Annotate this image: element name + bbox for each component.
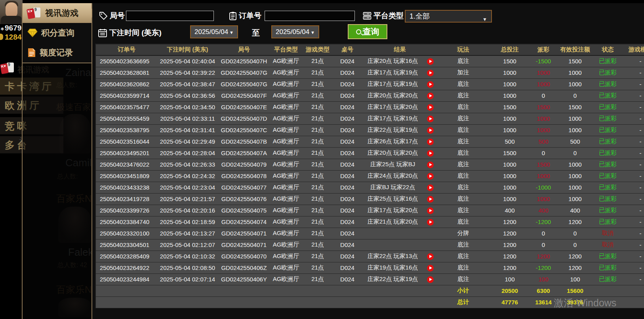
cell-play-type: 底注 <box>438 239 488 251</box>
replay-play-icon[interactable] <box>427 184 434 191</box>
table-row: 250504023476022 2025-05-04 02:26:33 GD02… <box>96 159 644 170</box>
cell-platform: AG欧洲厅 <box>270 55 302 67</box>
table-row: 250504023264922 2025-05-04 02:08:50 GD02… <box>96 262 644 273</box>
cell-table-no: D024 <box>333 113 361 124</box>
cell-play-type: 底注 <box>438 273 488 285</box>
cell-total-bet: 500 <box>488 136 532 147</box>
cell-bet-time: 2025-05-04 02:24:32 <box>157 170 218 182</box>
replay-play-icon[interactable] <box>427 93 434 99</box>
replay-play-icon[interactable] <box>427 265 434 272</box>
order-no-input[interactable] <box>265 11 355 21</box>
cell-play-type: 底注 <box>438 101 488 113</box>
sidebar-item-credit-records[interactable]: 额度记录 <box>23 43 91 63</box>
cell-valid-bet: 0 <box>555 239 595 251</box>
cell-platform: AG欧洲厅 <box>270 262 302 273</box>
cell-platform: AG欧洲厅 <box>270 251 302 262</box>
cell-game-mode: - <box>621 239 644 251</box>
replay-play-icon[interactable] <box>427 219 434 226</box>
platform-type-icon <box>363 11 372 20</box>
cell-round-no: GD0242550407H <box>218 55 270 67</box>
replay-play-icon[interactable] <box>427 196 434 203</box>
cell-game-type: 21点 <box>302 136 333 147</box>
replay-play-icon[interactable] <box>427 139 434 145</box>
table-row: 250504023636695 2025-05-04 02:40:04 GD02… <box>96 55 644 67</box>
result-text: 庄家20点 玩家20点 <box>368 92 418 99</box>
cell-play-type: 底注 <box>438 205 488 216</box>
cell-game-mode: - <box>621 124 644 136</box>
cell-status: 已派彩 <box>595 273 621 285</box>
cell-game-type: 21点 <box>302 78 333 90</box>
records-panel: 局号 订单号 平台类型 1.全部 ▼ 下注时间 (美东) 2025/05/04▼… <box>92 3 644 319</box>
date-from-picker[interactable]: 2025/05/04▼ <box>190 25 238 38</box>
replay-play-icon[interactable] <box>427 70 434 76</box>
faint-background-text: 总人数: 42 <box>57 261 87 270</box>
cell-game-type: 21点 <box>302 262 333 273</box>
cell-order-no: 250504023476022 <box>96 159 157 170</box>
replay-play-icon[interactable] <box>427 150 434 157</box>
cell-status: 已派彩 <box>595 262 621 273</box>
cell-order-no: 250504023620862 <box>96 78 157 90</box>
cell-bet-time: 2025-05-04 02:38:47 <box>157 78 218 90</box>
cell-status: 已派彩 <box>595 136 621 147</box>
magnifier-icon <box>356 29 361 34</box>
subtotal-label: 小计 <box>438 285 488 296</box>
sidebar-item-video-games[interactable]: 9 K♥ 视讯游戏 <box>23 3 91 23</box>
date-to-picker[interactable]: 2025/05/04▼ <box>271 25 319 38</box>
cell-table-no: D024 <box>333 147 361 159</box>
cell-game-type: 21点 <box>302 159 333 170</box>
replay-play-icon[interactable] <box>427 116 434 122</box>
replay-play-icon[interactable] <box>427 104 434 111</box>
cell-game-mode: - <box>621 170 644 182</box>
cell-round-no: GD02425504071 <box>218 228 270 239</box>
sidebar-item-label: 积分查询 <box>41 27 74 38</box>
replay-play-icon[interactable] <box>427 276 434 283</box>
table-row: 250504023495201 2025-05-04 02:28:04 GD02… <box>96 147 644 159</box>
betting-records-screen: { "sidebar": { "items": [ { "label": "视讯… <box>0 0 644 319</box>
cell-game-type: 21点 <box>302 273 333 285</box>
replay-play-icon[interactable] <box>427 207 434 214</box>
cell-platform: AG欧洲厅 <box>270 113 302 124</box>
cell-result <box>361 239 438 251</box>
cell-platform: AG欧洲厅 <box>270 228 302 239</box>
cell-game-mode: - <box>621 55 644 67</box>
cell-total-bet: 1200 <box>488 262 532 273</box>
cell-game-mode: - <box>621 251 644 262</box>
sidebar-item-points-query[interactable]: 积分查询 <box>23 23 91 43</box>
platform-type-select[interactable]: 1.全部 ▼ <box>405 10 492 23</box>
cell-round-no: GD02425504079 <box>218 159 270 170</box>
cell-table-no: D024 <box>333 170 361 182</box>
cell-play-type: 底注 <box>438 55 488 67</box>
cell-game-type: 21点 <box>302 193 333 205</box>
cell-game-mode: - <box>621 159 644 170</box>
cell-play-type: 底注 <box>438 136 488 147</box>
cell-total-bet: 400 <box>488 205 532 216</box>
cell-valid-bet: 1000 <box>555 67 595 78</box>
cell-valid-bet: 1200 <box>555 262 595 273</box>
cell-round-no: GD02425504078 <box>218 170 270 182</box>
cell-total-bet: 1200 <box>488 251 532 262</box>
table-row: 250504023399726 2025-05-04 02:20:16 GD02… <box>96 205 644 216</box>
round-no-input[interactable] <box>126 11 214 21</box>
faint-background-text: Zainab <box>65 66 91 79</box>
cell-table-no: D024 <box>333 136 361 147</box>
cell-status: 已派彩 <box>595 124 621 136</box>
cell-bet-time: 2025-05-04 02:12:07 <box>157 239 218 251</box>
search-button[interactable]: 查询 <box>348 24 387 39</box>
replay-play-icon[interactable] <box>427 173 434 180</box>
cell-total-bet: 1000 <box>488 78 532 90</box>
bet-time-label: 下注时间 (美东) <box>109 28 162 38</box>
replay-play-icon[interactable] <box>427 253 434 260</box>
faint-background-text: Camila <box>65 157 91 169</box>
replay-play-icon[interactable] <box>427 81 434 88</box>
cell-payout: 1000 <box>532 78 555 90</box>
sidebar-item-label: 视讯游戏 <box>45 8 78 19</box>
cell-play-type: 底注 <box>438 159 488 170</box>
result-text: 庄家25点 玩家16点 <box>368 195 418 202</box>
replay-play-icon[interactable] <box>427 58 434 65</box>
cell-table-no: D024 <box>333 67 361 78</box>
replay-play-icon[interactable] <box>427 127 434 134</box>
cell-table-no: D024 <box>333 78 361 90</box>
cell-payout: 1000 <box>532 67 555 78</box>
cell-result: 庄家20点 玩家20点 <box>361 147 438 159</box>
replay-play-icon[interactable] <box>427 161 434 168</box>
